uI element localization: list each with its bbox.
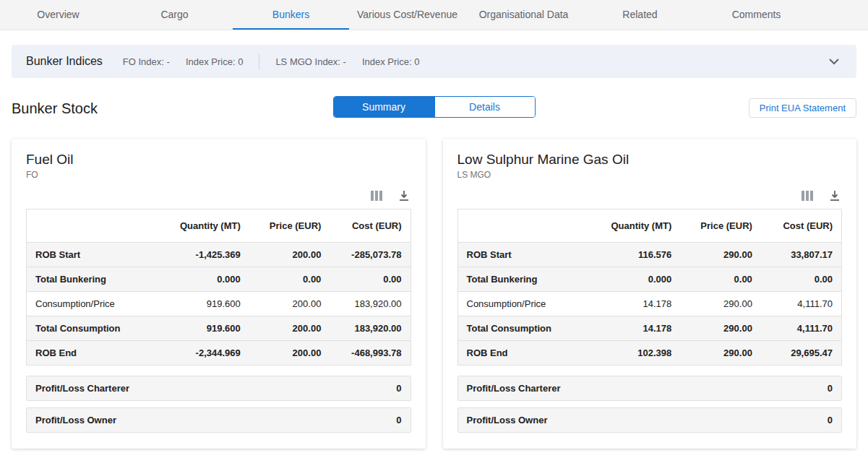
bunker-indices-bar: Bunker Indices FO Index: - Index Price: … bbox=[12, 45, 856, 78]
quantity-cell: -2,344.969 bbox=[157, 341, 249, 366]
ls-mgo-card: Low Sulphur Marine Gas Oil LS MGO Quanti… bbox=[443, 139, 857, 449]
card-title: Fuel Oil bbox=[26, 152, 411, 168]
profit-loss-charterer: Profit/Loss Charterer 0 bbox=[457, 376, 843, 401]
quantity-column-header: Quantity (MT) bbox=[588, 209, 681, 243]
card-subtitle: LS MGO bbox=[457, 170, 843, 180]
cost-cell: 0.00 bbox=[761, 267, 842, 292]
price-cell: 200.00 bbox=[249, 243, 330, 267]
cost-cell: -285,073.78 bbox=[330, 243, 411, 267]
quantity-cell: -1,425.369 bbox=[157, 243, 249, 267]
download-icon[interactable] bbox=[398, 190, 410, 202]
lsmgo-index-value: LS MGO Index: - bbox=[275, 56, 346, 67]
price-cell: 290.00 bbox=[680, 316, 761, 341]
table-row: ROB End 102.398 290.00 29,695.47 bbox=[457, 341, 842, 366]
columns-icon[interactable] bbox=[371, 191, 382, 201]
tab-various-cost-revenue[interactable]: Various Cost/Revenue bbox=[349, 0, 465, 30]
quantity-column-header: Quantity (MT) bbox=[157, 209, 249, 243]
quantity-cell: 919.600 bbox=[157, 316, 249, 341]
price-cell: 290.00 bbox=[680, 292, 761, 316]
row-label: Total Bunkering bbox=[457, 267, 588, 292]
details-toggle-button[interactable]: Details bbox=[434, 97, 535, 117]
row-label: Consumption/Price bbox=[27, 292, 158, 316]
profit-loss-charterer: Profit/Loss Charterer 0 bbox=[26, 376, 411, 401]
table-row: ROB Start 116.576 290.00 33,807.17 bbox=[457, 243, 842, 267]
price-cell: 0.00 bbox=[249, 267, 330, 292]
row-label: Total Consumption bbox=[457, 316, 588, 341]
price-cell: 290.00 bbox=[680, 243, 761, 267]
quantity-cell: 14.178 bbox=[588, 292, 681, 316]
tab-comments[interactable]: Comments bbox=[698, 0, 815, 30]
cost-cell: 0.00 bbox=[330, 267, 411, 292]
cost-cell: 4,111.70 bbox=[761, 292, 842, 316]
profit-loss-label: Profit/Loss Charterer bbox=[467, 383, 561, 394]
profit-loss-label: Profit/Loss Charterer bbox=[35, 383, 129, 394]
cost-column-header: Cost (EUR) bbox=[761, 209, 842, 243]
price-column-header: Price (EUR) bbox=[249, 209, 330, 243]
table-header-row: Quantity (MT) Price (EUR) Cost (EUR) bbox=[457, 209, 842, 243]
label-column-header bbox=[27, 209, 158, 243]
table-row: Total Consumption 919.600 200.00 183,920… bbox=[27, 316, 411, 341]
quantity-cell: 0.000 bbox=[588, 267, 681, 292]
row-label: ROB Start bbox=[27, 243, 158, 267]
bunker-stock-header: Bunker Stock Summary Details Print EUA S… bbox=[12, 97, 856, 120]
profit-loss-value: 0 bbox=[828, 383, 833, 394]
table-row: ROB End -2,344.969 200.00 -468,993.78 bbox=[27, 341, 411, 366]
price-cell: 0.00 bbox=[680, 267, 761, 292]
cost-cell: 33,807.17 bbox=[761, 243, 842, 267]
price-cell: 290.00 bbox=[680, 341, 761, 366]
tab-related[interactable]: Related bbox=[582, 0, 698, 30]
quantity-cell: 919.600 bbox=[157, 292, 249, 316]
table-row: Total Consumption 14.178 290.00 4,111.70 bbox=[457, 316, 842, 341]
top-tab-bar: Overview Cargo Bunkers Various Cost/Reve… bbox=[0, 0, 868, 30]
profit-loss-value: 0 bbox=[396, 383, 401, 394]
tab-organisational-data[interactable]: Organisational Data bbox=[465, 0, 582, 30]
print-eua-statement-button[interactable]: Print EUA Statement bbox=[749, 98, 856, 118]
cost-column-header: Cost (EUR) bbox=[330, 209, 411, 243]
cost-cell: 183,920.00 bbox=[330, 316, 411, 341]
table-row: Consumption/Price 14.178 290.00 4,111.70 bbox=[457, 292, 842, 316]
profit-loss-label: Profit/Loss Owner bbox=[35, 415, 116, 425]
table-row: Consumption/Price 919.600 200.00 183,920… bbox=[27, 292, 411, 316]
row-label: ROB End bbox=[457, 341, 588, 366]
card-subtitle: FO bbox=[26, 170, 411, 180]
quantity-cell: 102.398 bbox=[588, 341, 681, 366]
quantity-cell: 116.576 bbox=[588, 243, 681, 267]
price-cell: 200.00 bbox=[249, 341, 330, 366]
ls-mgo-table: Quantity (MT) Price (EUR) Cost (EUR) ROB… bbox=[457, 209, 843, 366]
card-title: Low Sulphur Marine Gas Oil bbox=[457, 152, 843, 168]
tab-overview[interactable]: Overview bbox=[0, 0, 116, 30]
fuel-oil-card: Fuel Oil FO Quantity (MT) Price (EUR) Co bbox=[12, 139, 426, 449]
quantity-cell: 14.178 bbox=[588, 316, 681, 341]
cost-cell: -468,993.78 bbox=[330, 341, 411, 366]
table-row: ROB Start -1,425.369 200.00 -285,073.78 bbox=[27, 243, 411, 267]
price-column-header: Price (EUR) bbox=[680, 209, 761, 243]
profit-loss-owner: Profit/Loss Owner 0 bbox=[457, 407, 843, 433]
profit-loss-value: 0 bbox=[828, 415, 833, 425]
columns-icon[interactable] bbox=[802, 191, 813, 201]
label-column-header bbox=[457, 209, 588, 243]
tab-cargo[interactable]: Cargo bbox=[116, 0, 233, 30]
cost-cell: 183,920.00 bbox=[330, 292, 411, 316]
indices-divider bbox=[259, 53, 259, 69]
profit-loss-value: 0 bbox=[396, 415, 401, 425]
row-label: ROB End bbox=[27, 341, 158, 366]
tab-bunkers[interactable]: Bunkers bbox=[233, 0, 349, 30]
table-row: Total Bunkering 0.000 0.00 0.00 bbox=[457, 267, 842, 292]
cost-cell: 29,695.47 bbox=[761, 341, 842, 366]
bunker-stock-title: Bunker Stock bbox=[12, 100, 98, 117]
summary-toggle-button[interactable]: Summary bbox=[334, 97, 434, 117]
row-label: Total Consumption bbox=[27, 316, 158, 341]
fuel-oil-table: Quantity (MT) Price (EUR) Cost (EUR) ROB… bbox=[26, 209, 411, 366]
quantity-cell: 0.000 bbox=[157, 267, 249, 292]
lsmgo-index-price: Index Price: 0 bbox=[362, 56, 420, 67]
fo-index-value: FO Index: - bbox=[123, 56, 170, 67]
price-cell: 200.00 bbox=[249, 292, 330, 316]
bunker-cards: Fuel Oil FO Quantity (MT) Price (EUR) Co bbox=[12, 139, 856, 449]
row-label: Total Bunkering bbox=[27, 267, 158, 292]
fo-index-price: Index Price: 0 bbox=[186, 56, 244, 67]
price-cell: 200.00 bbox=[249, 316, 330, 341]
bunker-indices-title: Bunker Indices bbox=[26, 55, 103, 68]
download-icon[interactable] bbox=[829, 190, 841, 202]
chevron-down-icon[interactable] bbox=[826, 53, 842, 69]
table-header-row: Quantity (MT) Price (EUR) Cost (EUR) bbox=[27, 209, 411, 243]
